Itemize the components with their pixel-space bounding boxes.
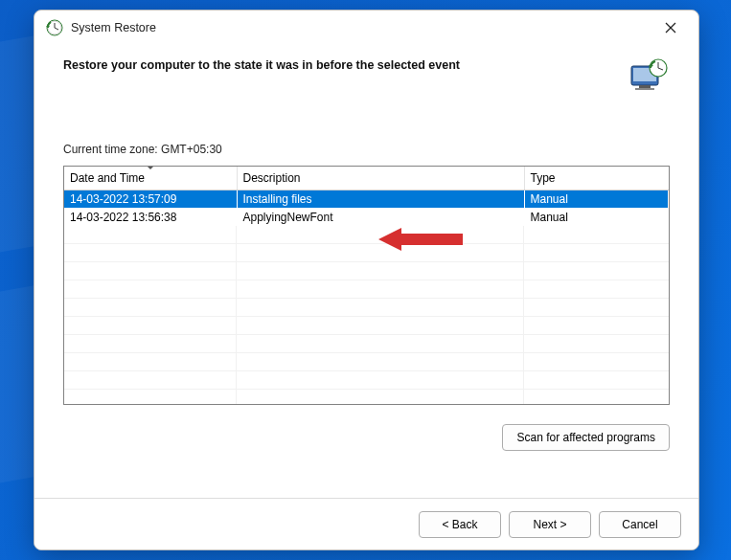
- column-label: Date and Time: [70, 171, 145, 185]
- table-row[interactable]: 14-03-2022 13:56:38 ApplyingNewFont Manu…: [64, 208, 669, 226]
- monitor-restore-icon: [628, 56, 670, 99]
- header-text: Restore your computer to the state it wa…: [63, 58, 628, 72]
- system-restore-dialog: System Restore Restore your computer to …: [34, 10, 699, 550]
- svg-rect-9: [639, 85, 651, 88]
- cell-type: Manual: [524, 190, 669, 208]
- empty-grid-area: [64, 226, 669, 404]
- next-button[interactable]: Next >: [509, 511, 591, 538]
- titlebar: System Restore: [34, 11, 698, 45]
- window-title: System Restore: [71, 21, 652, 34]
- sort-descending-icon: [147, 166, 154, 169]
- column-header-description[interactable]: Description: [237, 167, 524, 190]
- cell-datetime: 14-03-2022 13:57:09: [64, 190, 237, 208]
- back-button[interactable]: < Back: [419, 511, 501, 538]
- close-button[interactable]: [652, 14, 689, 41]
- restore-points-table: Date and Time Description Type 14-03-202…: [63, 166, 670, 405]
- dialog-footer: < Back Next > Cancel: [34, 498, 698, 549]
- svg-rect-10: [635, 88, 654, 90]
- column-header-datetime[interactable]: Date and Time: [64, 167, 237, 190]
- cell-description: Installing files: [237, 190, 524, 208]
- dialog-content: Current time zone: GMT+05:30 Date and Ti…: [34, 104, 698, 498]
- scan-affected-button[interactable]: Scan for affected programs: [502, 424, 670, 451]
- cell-description: ApplyingNewFont: [237, 208, 524, 226]
- cancel-button[interactable]: Cancel: [599, 511, 681, 538]
- cell-datetime: 14-03-2022 13:56:38: [64, 208, 237, 226]
- table-row[interactable]: 14-03-2022 13:57:09 Installing files Man…: [64, 190, 669, 208]
- cell-type: Manual: [524, 208, 669, 226]
- column-label: Description: [243, 171, 301, 185]
- scan-row: Scan for affected programs: [63, 405, 670, 451]
- dialog-header: Restore your computer to the state it wa…: [34, 45, 698, 104]
- column-label: Type: [531, 171, 556, 185]
- column-header-type[interactable]: Type: [524, 167, 669, 190]
- clock-icon: [46, 19, 63, 36]
- timezone-label: Current time zone: GMT+05:30: [63, 143, 670, 156]
